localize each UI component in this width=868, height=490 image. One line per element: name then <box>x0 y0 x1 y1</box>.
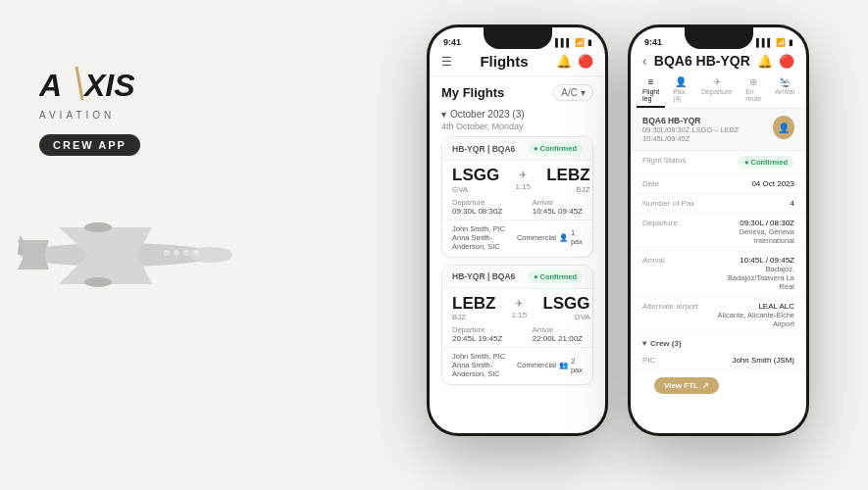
phone-notch-2 <box>685 27 753 49</box>
plane-icon-1: ✈ <box>519 170 527 180</box>
crew-row-2: John Smith, PIC Anna Smith-Anderson, SIC… <box>442 347 592 384</box>
pax-count-1: 1 pax <box>571 228 583 246</box>
detail-row-dep: Departure 09:30L / 08:30Z Geneva, Geneva… <box>631 214 806 251</box>
detail-flight-id: BQA6 HB-YQR <box>642 116 773 125</box>
chevron-down-icon: ▾ <box>581 87 586 98</box>
duration-2: 1:15 <box>512 311 528 319</box>
dep-time-1: 09:30L 08:30Z <box>452 207 502 216</box>
pax-count-icon-1: 👤 <box>559 233 568 242</box>
to-sub-1: BJZ <box>546 185 589 194</box>
header-icons-2: 🔔 🔴 <box>757 54 794 69</box>
status-badge-1: ● Confirmed <box>528 142 583 155</box>
tab-en-route[interactable]: ⊕ En route <box>740 73 767 108</box>
crew-section-label: Crew (3) <box>650 339 682 348</box>
bell-icon-2[interactable]: 🔔 <box>757 54 773 69</box>
pax-type-2: Commercial <box>517 361 556 369</box>
detail-row-arr: Arrival 10:45L / 09:45Z Badajoz, Badajoz… <box>631 251 806 297</box>
tab-flight-leg-icon: ≡ <box>648 76 654 87</box>
phone-flights-list: 9:41 ▌▌▌ 📶 ▮ ☰ Flights 🔔 🔴 My Flights <box>427 24 608 436</box>
route-to-1: LEBZ BJZ <box>546 167 589 194</box>
hamburger-icon[interactable]: ☰ <box>441 55 452 69</box>
bell-icon[interactable]: 🔔 <box>556 54 572 69</box>
tab-en-route-icon: ⊕ <box>749 76 757 87</box>
arr-label-detail: Arrival <box>642 256 711 265</box>
flight-card-header-1: HB-YQR | BQA6 ● Confirmed <box>442 137 592 161</box>
status-time-2: 9:41 <box>644 37 662 47</box>
detail-row-pax: Number of Pax 4 <box>631 194 806 214</box>
logo-aviation: AVIATION <box>39 110 196 121</box>
ftl-button-container: View FTL ↗ <box>631 370 806 401</box>
arr-value: 10:45L / 09:45Z <box>711 256 794 265</box>
battery-icon: ▮ <box>587 38 591 47</box>
dep-time-2: 20:45L 19:45Z <box>452 334 502 343</box>
tab-flight-leg[interactable]: ≡ Flight leg <box>637 73 665 108</box>
ac-value: A/C <box>561 87 578 98</box>
dep-block-1: Departure 09:30L 08:30Z <box>452 198 502 216</box>
date-value: 04 Oct 2023 <box>711 179 794 188</box>
airplane-svg <box>0 186 245 304</box>
svg-point-14 <box>183 250 189 256</box>
phone-flight-detail: 9:41 ▌▌▌ 📶 ▮ ‹ BQA6 HB-YQR 🔔 🔴 ≡ <box>628 24 809 436</box>
phones-container: 9:41 ▌▌▌ 📶 ▮ ☰ Flights 🔔 🔴 My Flights <box>427 24 809 436</box>
detail-flight-summary: BQA6 HB-YQR 09:30L/08:30Z LSGG – LEBZ 10… <box>631 109 806 151</box>
date-subheader: 4th October, Monday <box>441 122 593 131</box>
external-link-icon: ↗ <box>702 381 709 390</box>
wifi-icon-2: 📶 <box>776 38 786 47</box>
arr-time-1: 10:45L 09:45Z <box>533 207 583 216</box>
alt-value: LEAL ALC <box>711 302 794 311</box>
airplane-image <box>0 186 245 304</box>
flight-id-1: HB-YQR | BQA6 <box>452 144 515 154</box>
to-code-2: LSGG <box>542 295 589 314</box>
battery-icon-2: ▮ <box>789 38 792 47</box>
from-code-2: LEBZ <box>452 295 495 314</box>
crew-info-2: John Smith, PIC Anna Smith-Anderson, SIC <box>452 352 517 378</box>
tab-departure-icon: ✈ <box>713 76 721 87</box>
crew-name-1: John Smith, PIC <box>452 224 517 233</box>
tab-flight-leg-label: Flight leg <box>642 88 659 102</box>
dep-label-2: Departure <box>452 325 502 334</box>
notification-icon-2[interactable]: 🔴 <box>779 54 794 69</box>
svg-text:XIS: XIS <box>82 68 135 103</box>
duration-1: 1:15 <box>515 182 531 191</box>
flight-status-value: ● Confirmed <box>738 156 794 169</box>
flight-card-1[interactable]: HB-YQR | BQA6 ● Confirmed LSGG GVA ✈ 1:1… <box>441 136 593 258</box>
pax-count-2: 2 pax <box>571 357 583 374</box>
month-header: ▾ October 2023 (3) <box>441 109 593 120</box>
pax-count-icon-2: 👥 <box>559 361 568 369</box>
tab-departure[interactable]: ✈ Departure <box>695 73 738 108</box>
arr-label-2: Arrival <box>533 325 583 334</box>
phone-inner-1: 9:41 ▌▌▌ 📶 ▮ ☰ Flights 🔔 🔴 My Flights <box>430 27 605 433</box>
pax-info-2: Commercial 👥 2 pax <box>517 357 583 374</box>
axis-logo: A XIS <box>39 59 167 108</box>
ftl-button[interactable]: View FTL ↗ <box>654 377 719 394</box>
times-row-1: Departure 09:30L 08:30Z Arrival 10:45L 0… <box>442 198 592 220</box>
chevron-down-crew-icon: ▾ <box>642 339 646 348</box>
ac-selector[interactable]: A/C ▾ <box>553 84 593 101</box>
logo-container: A XIS <box>39 59 196 108</box>
tab-arrival-icon: 🛬 <box>779 76 791 87</box>
route-middle-2: ✈ 1:15 <box>499 298 538 319</box>
detail-flight-route: 09:30L/08:30Z LSGG – LEBZ 10:45L/09:45Z <box>642 125 773 143</box>
flight-card-2[interactable]: HB-YQR | BQA6 ● Confirmed LEBZ BJZ ✈ 1:1… <box>441 265 593 386</box>
status-time-1: 9:41 <box>443 37 461 47</box>
chevron-down-small-icon: ▾ <box>441 109 446 120</box>
branding-section: A XIS AVIATION CREW APP <box>39 59 196 156</box>
signal-icon: ▌▌▌ <box>555 38 572 47</box>
status-badge-2: ● Confirmed <box>528 270 583 283</box>
dep-block-2: Departure 20:45L 19:45Z <box>452 325 502 343</box>
notification-icon[interactable]: 🔴 <box>578 54 593 69</box>
detail-header: ‹ BQA6 HB-YQR 🔔 🔴 <box>631 49 806 73</box>
crew-section-header: ▾ Crew (3) <box>631 334 806 351</box>
arr-block-1: Arrival 10:45L 09:45Z <box>533 198 583 216</box>
arr-block-2: Arrival 22:00L 21:00Z <box>533 325 583 343</box>
status-icons-2: ▌▌▌ 📶 ▮ <box>756 38 792 47</box>
back-button[interactable]: ‹ <box>642 53 647 69</box>
tab-pax[interactable]: 👤 Pax (4) <box>667 73 693 108</box>
arr-label-1: Arrival <box>533 198 583 207</box>
pax-info-1: Commercial 👤 1 pax <box>517 228 583 246</box>
svg-point-10 <box>84 277 112 287</box>
signal-icon-2: ▌▌▌ <box>756 38 773 47</box>
tab-arrival[interactable]: 🛬 Arrival <box>769 73 800 108</box>
detail-row-status: Flight Status ● Confirmed <box>631 151 806 174</box>
svg-text:A: A <box>39 68 62 103</box>
